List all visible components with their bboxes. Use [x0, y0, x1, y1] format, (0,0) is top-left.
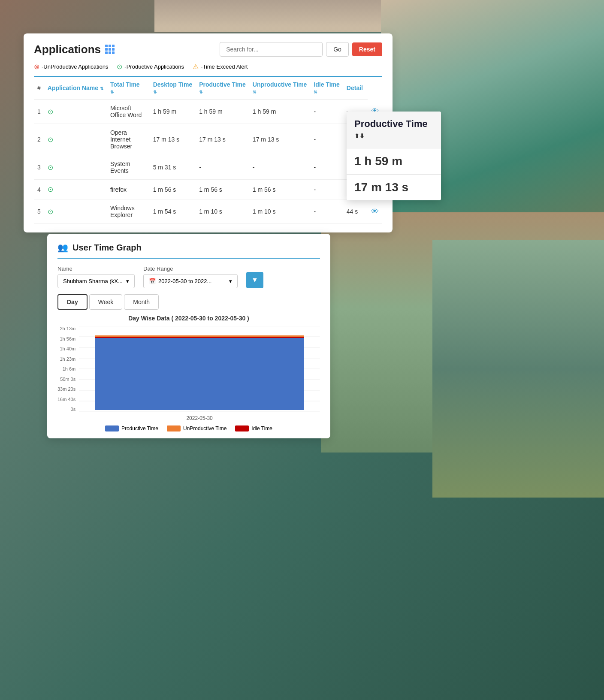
sort-arrow-totaltime[interactable]: ⇅	[110, 90, 114, 94]
legend-unproductive: ⊗ -UnProductive Applications	[34, 63, 108, 71]
tab-week[interactable]: Week	[89, 294, 123, 310]
applications-title: Applications	[34, 43, 101, 56]
productive-legend-box	[105, 425, 119, 431]
app-title-row: Applications	[34, 43, 115, 56]
tab-row: Day Week Month	[57, 294, 320, 310]
table-row: 3 ⊙ System Events 5 m 31 s - - - 5 m 31 …	[34, 155, 382, 180]
grid-icon	[105, 45, 115, 54]
unproductive-legend-box	[167, 425, 181, 431]
app-header: Applications Go Reset	[34, 42, 382, 57]
productive-legend-label: Productive Time	[121, 425, 158, 431]
row-appname-2: System Events	[107, 155, 150, 180]
status-icon-0: ⊙	[48, 108, 53, 115]
tab-month[interactable]: Month	[124, 294, 159, 310]
col-app-name: Application Name ⇅	[44, 77, 107, 100]
row-totaltime-3: 1 m 56 s	[150, 180, 196, 199]
chart-svg	[79, 326, 320, 412]
name-value: Shubham Sharma (kX...	[63, 278, 123, 284]
sort-arrow-unproductivetime[interactable]: ⇅	[253, 90, 256, 94]
name-select[interactable]: Shubham Sharma (kX... ▾	[57, 274, 135, 288]
tab-day[interactable]: Day	[57, 294, 88, 310]
row-desktoptime-4: 1 m 10 s	[196, 199, 249, 224]
people-icon: 👥	[57, 242, 68, 253]
status-icon-4: ⊙	[48, 208, 53, 215]
legend-unproductive-label: -UnProductive Applications	[42, 63, 108, 70]
chart-legend: Productive Time UnProductive Time Idle T…	[57, 425, 320, 431]
col-total-time: Total Time ⇅	[107, 77, 150, 100]
row-desktoptime-2: -	[196, 155, 249, 180]
y-label-6: 33m 20s	[57, 386, 76, 392]
sort-arrow-productivetime[interactable]: ⇅	[199, 90, 202, 94]
y-label-1: 1h 56m	[60, 336, 76, 341]
idle-legend-label: Idle Time	[251, 425, 272, 431]
y-label-7: 16m 40s	[57, 397, 76, 402]
chart-container: 2022-05-30	[79, 326, 320, 421]
productive-time-card: Productive Time ⬆⬇ 1 h 59 m 17 m 13 s	[347, 112, 441, 200]
reset-button[interactable]: Reset	[352, 42, 382, 56]
table-row: 4 ⊙ firefox 1 m 56 s 1 m 56 s 1 m 56 s -…	[34, 180, 382, 199]
unproductive-icon: ⊗	[34, 63, 39, 71]
row-appname-3: firefox	[107, 180, 150, 199]
filter-button[interactable]: ▼	[246, 272, 263, 288]
col-unproductive-time: Unproductive Time ⇅	[249, 77, 311, 100]
col-detail: Detail	[343, 77, 368, 100]
row-num-3: 4	[34, 180, 44, 199]
legend-row: ⊗ -UnProductive Applications ⊙ -Producti…	[34, 63, 382, 71]
y-axis: 2h 13m 1h 56m 1h 40m 1h 23m 1h 6m 50m 0s…	[57, 326, 79, 412]
row-unproductivetime-1: -	[310, 124, 343, 155]
row-unproductivetime-3: -	[310, 180, 343, 199]
row-num-1: 2	[34, 124, 44, 155]
date-value: 2022-05-30 to 2022...	[158, 278, 211, 284]
x-axis-label: 2022-05-30	[79, 415, 320, 421]
user-time-graph-panel: 👥 User Time Graph Name Shubham Sharma (k…	[47, 234, 330, 438]
row-unproductivetime-2: -	[310, 155, 343, 180]
eye-icon-4[interactable]: 👁	[371, 207, 379, 216]
date-range-select[interactable]: 📅 2022-05-30 to 2022... ▾	[143, 274, 238, 288]
unproductive-bar	[95, 335, 304, 337]
row-num-2: 3	[34, 155, 44, 180]
productive-card-value1: 1 h 59 m	[347, 148, 441, 175]
row-num-4: 5	[34, 199, 44, 224]
row-status-0: ⊙	[44, 100, 107, 124]
row-status-4: ⊙	[44, 199, 107, 224]
col-num: #	[34, 77, 44, 100]
legend-productive-entry: Productive Time	[105, 425, 158, 431]
row-status-3: ⊙	[44, 180, 107, 199]
row-desktoptime-0: 1 h 59 m	[196, 100, 249, 124]
row-productivetime-2: -	[249, 155, 311, 180]
legend-productive: ⊙ -Productive Applications	[117, 63, 184, 71]
idle-bar	[95, 337, 304, 338]
row-desktoptime-1: 17 m 13 s	[196, 124, 249, 155]
table-row: 5 ⊙ Windows Explorer 1 m 54 s 1 m 10 s 1…	[34, 199, 382, 224]
row-totaltime-4: 1 m 54 s	[150, 199, 196, 224]
productive-sort-arrows[interactable]: ⬆⬇	[354, 133, 365, 139]
graph-title-row: 👥 User Time Graph	[57, 242, 320, 259]
bottom-right-background	[432, 240, 604, 498]
sort-arrow-appname[interactable]: ⇅	[100, 86, 103, 91]
row-unproductivetime-0: -	[310, 100, 343, 124]
applications-table: # Application Name ⇅ Total Time ⇅ Deskto…	[34, 77, 382, 224]
row-appname-1: Opera Internet Browser	[107, 124, 150, 155]
name-control: Name Shubham Sharma (kX... ▾	[57, 266, 135, 288]
sort-arrow-desktoptime[interactable]: ⇅	[153, 90, 157, 94]
row-status-2: ⊙	[44, 155, 107, 180]
legend-idle-entry: Idle Time	[235, 425, 272, 431]
go-button[interactable]: Go	[326, 42, 349, 57]
status-icon-3: ⊙	[48, 186, 53, 193]
row-status-1: ⊙	[44, 124, 107, 155]
row-num-0: 1	[34, 100, 44, 124]
row-appname-4: Windows Explorer	[107, 199, 150, 224]
row-productivetime-1: 17 m 13 s	[249, 124, 311, 155]
chart-title: Day Wise Data ( 2022-05-30 to 2022-05-30…	[57, 315, 320, 322]
y-label-2: 1h 40m	[60, 346, 76, 351]
row-detail-4[interactable]: 👁	[368, 199, 382, 224]
y-label-0: 2h 13m	[60, 326, 76, 331]
productive-card-value2: 17 m 13 s	[347, 175, 441, 200]
sort-arrow-idletime[interactable]: ⇅	[314, 90, 317, 94]
search-input[interactable]	[220, 42, 323, 57]
productive-bar	[95, 338, 304, 410]
row-totaltime-0: 1 h 59 m	[150, 100, 196, 124]
unproductive-legend-label: UnProductive Time	[183, 425, 226, 431]
applications-panel: Applications Go Reset ⊗ -UnProductive Ap…	[24, 33, 393, 232]
search-row: Go Reset	[220, 42, 382, 57]
